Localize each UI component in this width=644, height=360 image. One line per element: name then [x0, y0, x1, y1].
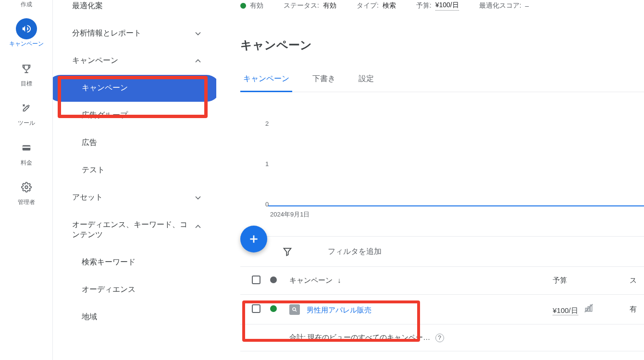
row-status-partial: 有	[625, 295, 644, 324]
status-optimization: 最適化スコア: –	[479, 1, 529, 10]
card-icon	[16, 137, 37, 158]
tools-icon	[16, 97, 37, 119]
tabs: キャンペーン 下書き 設定	[240, 74, 644, 92]
tab-label: 下書き	[312, 74, 335, 83]
rail-label: 料金	[21, 159, 32, 166]
col-status-label: ス	[630, 276, 637, 284]
nav-sub-label: 広告	[82, 138, 97, 146]
y-tick-0: 0	[265, 201, 269, 208]
select-all-checkbox[interactable]	[252, 276, 260, 284]
chevron-up-icon	[193, 222, 203, 231]
nav-sub-label: オーディエンス	[82, 285, 136, 293]
status-enabled-label: 有効	[250, 1, 263, 10]
help-icon[interactable]: ?	[435, 334, 444, 342]
col-budget-label: 予算	[553, 276, 567, 284]
status-status: ステータス: 有効	[284, 1, 336, 10]
rail-item-create[interactable]: 作成	[0, 0, 52, 12]
type-label: タイプ:	[357, 1, 379, 10]
search-type-icon	[289, 304, 300, 315]
status-header-dot-icon[interactable]	[270, 276, 277, 283]
rail-item-billing[interactable]: 料金	[0, 131, 52, 170]
budget-value: ¥100/日	[435, 1, 459, 11]
col-campaign[interactable]: キャンペーン ↓	[285, 267, 548, 295]
nav-section-label: 最適化案	[72, 1, 103, 11]
svg-marker-3	[284, 248, 291, 255]
table-header-row: キャンペーン ↓ 予算 ス	[240, 267, 644, 295]
opt-label: 最適化スコア:	[479, 1, 521, 10]
nav-section-assets[interactable]: アセット	[53, 184, 216, 211]
funnel-icon	[283, 247, 292, 256]
trophy-icon	[16, 58, 37, 79]
main-panel: 有効 ステータス: 有効 タイプ: 検索 予算: ¥100/日 最適化スコア: …	[216, 0, 644, 360]
rail-label: 管理者	[18, 199, 35, 205]
campaign-name-link[interactable]: 男性用アパレル販売	[307, 306, 372, 314]
tab-drafts[interactable]: 下書き	[310, 74, 338, 92]
col-budget[interactable]: 予算	[548, 267, 625, 295]
nav-section-insights[interactable]: 分析情報とレポート	[53, 20, 216, 47]
nav-sub-adgroups[interactable]: 広告グループ	[53, 102, 216, 129]
status-label: ステータス:	[284, 1, 319, 10]
nav-sub-label: 地域	[82, 312, 97, 321]
nav-sub-locations[interactable]: 地域	[53, 303, 216, 331]
nav-section-label: オーディエンス、キーワード、コンテンツ	[72, 220, 187, 240]
nav-section-campaigns[interactable]: キャンペーン	[53, 47, 216, 74]
budget-label: 予算:	[416, 1, 432, 10]
chart-x-axis	[268, 205, 644, 206]
rail-label: ツール	[18, 120, 35, 126]
gear-icon	[16, 177, 37, 198]
svg-point-4	[293, 308, 296, 311]
rail-item-tools[interactable]: ツール	[0, 91, 52, 130]
chart-start-date: 2024年9月1日	[270, 210, 310, 219]
tab-settings[interactable]: 設定	[356, 74, 377, 92]
nav-sub-label: テスト	[82, 166, 105, 174]
nav-sub-search-keywords[interactable]: 検索キーワード	[53, 249, 216, 276]
tab-label: キャンペーン	[243, 74, 289, 83]
chevron-down-icon	[193, 193, 203, 203]
rail-label: 作成	[21, 1, 32, 8]
left-rail: 作成 キャンペーン 目標 ツール 料金 管理者	[0, 0, 53, 360]
chevron-down-icon	[193, 29, 203, 38]
filter-bar[interactable]: フィルタを追加	[240, 236, 644, 267]
row-checkbox[interactable]	[252, 304, 260, 313]
opt-value: –	[525, 2, 529, 10]
page-title: キャンペーン	[240, 37, 644, 53]
status-dot-icon	[240, 3, 246, 9]
rail-label: 目標	[21, 80, 32, 87]
nav-sub-label: 検索キーワード	[82, 258, 136, 266]
rail-item-admin[interactable]: 管理者	[0, 170, 52, 209]
y-tick-2: 2	[265, 120, 269, 127]
col-status-partial[interactable]: ス	[625, 267, 644, 295]
selected-pill	[53, 75, 216, 102]
nav-section-label: 分析情報とレポート	[72, 28, 141, 38]
rail-item-goals[interactable]: 目標	[0, 51, 52, 91]
status-value: 有効	[323, 1, 336, 10]
megaphone-icon	[16, 18, 37, 39]
row-budget[interactable]: ¥100/日	[553, 306, 578, 315]
rail-item-campaigns[interactable]: キャンペーン	[0, 12, 52, 51]
table-row[interactable]: 男性用アパレル販売 ¥100/日 有	[240, 295, 644, 324]
nav-section-optimization[interactable]: 最適化案	[53, 0, 216, 20]
secondary-nav: 最適化案 分析情報とレポート キャンペーン キャンペーン 広告グループ 広告 テ…	[53, 0, 216, 360]
add-campaign-fab[interactable]	[240, 226, 267, 252]
svg-rect-1	[22, 146, 30, 148]
status-bar: 有効 ステータス: 有効 タイプ: 検索 予算: ¥100/日 最適化スコア: …	[240, 0, 644, 11]
table-summary-row: 合計: 現在のビューのすべてのキャンペー… ?	[240, 324, 644, 351]
nav-sub-campaigns[interactable]: キャンペーン	[53, 74, 216, 102]
tab-campaigns[interactable]: キャンペーン	[240, 74, 292, 92]
tab-label: 設定	[359, 74, 374, 83]
no-chart-icon	[584, 303, 594, 313]
campaigns-table: キャンペーン ↓ 予算 ス 男性用アパレル販売	[240, 267, 644, 351]
nav-section-audiences[interactable]: オーディエンス、キーワード、コンテンツ	[53, 211, 216, 249]
nav-sub-ads[interactable]: 広告	[53, 129, 216, 156]
col-campaign-label: キャンペーン	[289, 276, 333, 284]
nav-section-label: キャンペーン	[72, 56, 118, 66]
svg-point-2	[25, 186, 28, 189]
nav-sub-tests[interactable]: テスト	[53, 156, 216, 184]
rail-label: キャンペーン	[9, 40, 44, 47]
nav-sub-audiences[interactable]: オーディエンス	[53, 276, 216, 303]
arrow-down-icon: ↓	[337, 276, 341, 284]
status-enabled[interactable]: 有効	[240, 1, 263, 10]
chart: 2 1 0 2024年9月1日	[240, 116, 644, 222]
status-dot-icon[interactable]	[270, 305, 277, 312]
status-budget[interactable]: 予算: ¥100/日	[416, 1, 459, 11]
